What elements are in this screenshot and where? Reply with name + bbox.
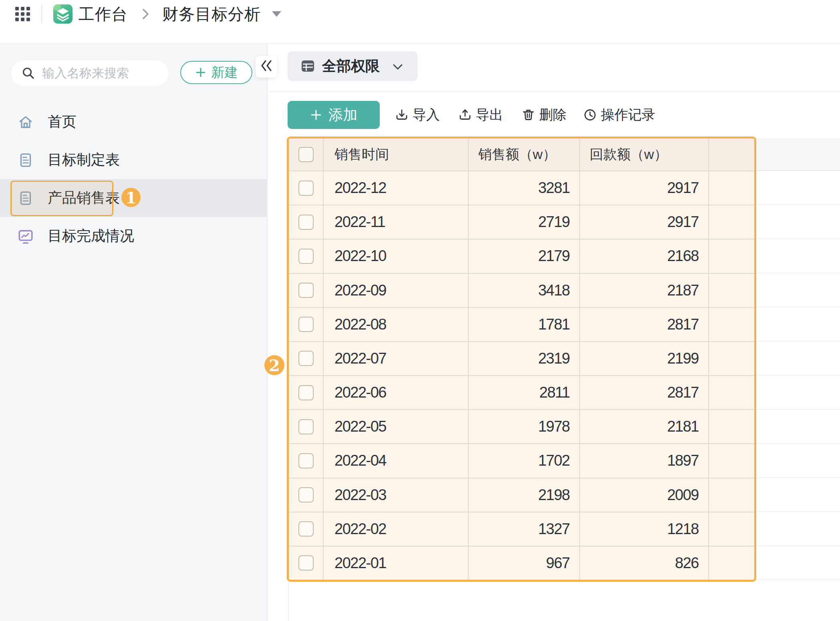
strip-row bbox=[756, 307, 840, 342]
table-overflow-strip bbox=[756, 138, 840, 581]
table-row: 2022-0628112817 bbox=[289, 376, 754, 410]
row-check-cell bbox=[289, 205, 323, 239]
history-button[interactable]: 操作记录 bbox=[584, 101, 655, 129]
table-row: 2022-0321982009 bbox=[289, 478, 754, 512]
export-label: 导出 bbox=[476, 106, 503, 124]
search-placeholder: 输入名称来搜索 bbox=[42, 65, 129, 82]
annotation-badge-1: 1 bbox=[121, 188, 141, 207]
top-header: 工作台 财务目标分析 bbox=[0, 0, 840, 44]
sidebar-item-4[interactable]: 目标完成情况 bbox=[0, 217, 267, 255]
apps-grid-icon[interactable] bbox=[15, 7, 30, 21]
row-check-cell bbox=[289, 376, 323, 409]
cell-sales: 3418 bbox=[468, 274, 579, 307]
sidebar: 输入名称来搜索 新建 首页目标制定表产品销售表目标完成情况 bbox=[0, 44, 268, 621]
import-button[interactable]: 导入 bbox=[395, 101, 440, 129]
add-button-label: 添加 bbox=[328, 105, 357, 125]
cell-sales: 967 bbox=[468, 547, 579, 580]
row-checkbox[interactable] bbox=[298, 351, 314, 366]
row-check-cell bbox=[289, 512, 323, 546]
strip-header bbox=[756, 138, 840, 171]
cell-sales: 3281 bbox=[468, 171, 579, 205]
row-check-cell bbox=[289, 342, 323, 375]
sidebar-item-label: 首页 bbox=[48, 112, 77, 132]
cell-extra bbox=[708, 410, 754, 443]
new-button[interactable]: 新建 bbox=[180, 61, 252, 84]
export-button[interactable]: 导出 bbox=[459, 101, 503, 129]
cell-sales: 1327 bbox=[468, 512, 579, 546]
cell-payment: 826 bbox=[579, 547, 708, 580]
row-checkbox[interactable] bbox=[298, 181, 314, 196]
sidebar-item-label: 目标制定表 bbox=[48, 150, 120, 170]
monitor-chart-icon bbox=[18, 228, 34, 244]
cell-extra bbox=[708, 547, 754, 580]
sidebar-collapse-button[interactable] bbox=[256, 56, 277, 78]
import-label: 导入 bbox=[413, 106, 440, 124]
row-checkbox[interactable] bbox=[298, 453, 314, 468]
header-divider bbox=[41, 5, 42, 23]
cell-payment: 1897 bbox=[579, 444, 708, 477]
cell-payment: 2917 bbox=[579, 171, 708, 205]
row-checkbox[interactable] bbox=[298, 317, 314, 332]
row-checkbox[interactable] bbox=[298, 419, 314, 434]
delete-label: 删除 bbox=[539, 106, 566, 124]
document-icon bbox=[18, 152, 34, 168]
sidebar-item-2[interactable]: 目标制定表 bbox=[0, 141, 267, 179]
search-input[interactable]: 输入名称来搜索 bbox=[11, 60, 169, 86]
permission-caret-icon bbox=[393, 64, 403, 70]
table-row: 2022-0519782181 bbox=[289, 410, 754, 444]
select-all-checkbox[interactable] bbox=[298, 147, 314, 162]
cell-extra bbox=[708, 444, 754, 477]
cell-sales: 2719 bbox=[468, 205, 579, 239]
header-sales[interactable]: 销售额（w） bbox=[468, 139, 579, 171]
header-month[interactable]: 销售时间 bbox=[323, 139, 468, 171]
cell-month: 2022-12 bbox=[323, 171, 468, 205]
cell-month: 2022-08 bbox=[323, 308, 468, 341]
page-title: 财务目标分析 bbox=[162, 3, 261, 25]
workspace-app-icon[interactable] bbox=[53, 4, 73, 24]
table-row: 2022-1232812917 bbox=[289, 171, 754, 205]
cell-extra bbox=[708, 342, 754, 375]
table-body: 2022-12328129172022-11271929172022-10217… bbox=[289, 171, 754, 580]
strip-row bbox=[756, 376, 840, 410]
delete-button[interactable]: 删除 bbox=[522, 101, 566, 129]
strip-row bbox=[756, 273, 840, 307]
row-checkbox[interactable] bbox=[298, 249, 314, 264]
cell-month: 2022-09 bbox=[323, 274, 468, 307]
cell-month: 2022-07 bbox=[323, 342, 468, 375]
row-checkbox[interactable] bbox=[298, 283, 314, 298]
cell-month: 2022-02 bbox=[323, 512, 468, 546]
cell-sales: 1702 bbox=[468, 444, 579, 477]
cell-month: 2022-11 bbox=[323, 205, 468, 239]
row-checkbox[interactable] bbox=[298, 487, 314, 502]
cell-extra bbox=[708, 205, 754, 239]
table-row: 2022-0723192199 bbox=[289, 342, 754, 376]
row-checkbox[interactable] bbox=[298, 555, 314, 571]
header-payment[interactable]: 回款额（w） bbox=[579, 139, 708, 171]
cell-month: 2022-01 bbox=[323, 547, 468, 580]
clock-icon bbox=[584, 109, 596, 121]
cell-extra bbox=[708, 478, 754, 512]
sidebar-item-1[interactable]: 首页 bbox=[0, 103, 267, 141]
trash-icon bbox=[522, 109, 535, 121]
row-check-cell bbox=[289, 478, 323, 512]
row-checkbox[interactable] bbox=[298, 385, 314, 400]
table-row: 2022-1127192917 bbox=[289, 205, 754, 239]
row-checkbox[interactable] bbox=[298, 215, 314, 230]
cell-payment: 2168 bbox=[579, 239, 708, 273]
title-dropdown-icon[interactable] bbox=[272, 11, 281, 17]
cell-extra bbox=[708, 512, 754, 546]
strip-row bbox=[756, 478, 840, 512]
strip-row bbox=[756, 546, 840, 580]
breadcrumb-workspace[interactable]: 工作台 bbox=[79, 3, 128, 25]
cell-month: 2022-10 bbox=[323, 239, 468, 273]
cell-sales: 1781 bbox=[468, 308, 579, 341]
cell-extra bbox=[708, 274, 754, 307]
permission-dropdown[interactable]: 全部权限 bbox=[288, 51, 417, 81]
cell-payment: 2917 bbox=[579, 205, 708, 239]
strip-row bbox=[756, 205, 840, 239]
add-button[interactable]: 添加 bbox=[288, 101, 380, 129]
collapse-icon bbox=[261, 59, 272, 72]
header-extra bbox=[708, 139, 754, 171]
row-checkbox[interactable] bbox=[298, 521, 314, 537]
cell-month: 2022-03 bbox=[323, 478, 468, 512]
